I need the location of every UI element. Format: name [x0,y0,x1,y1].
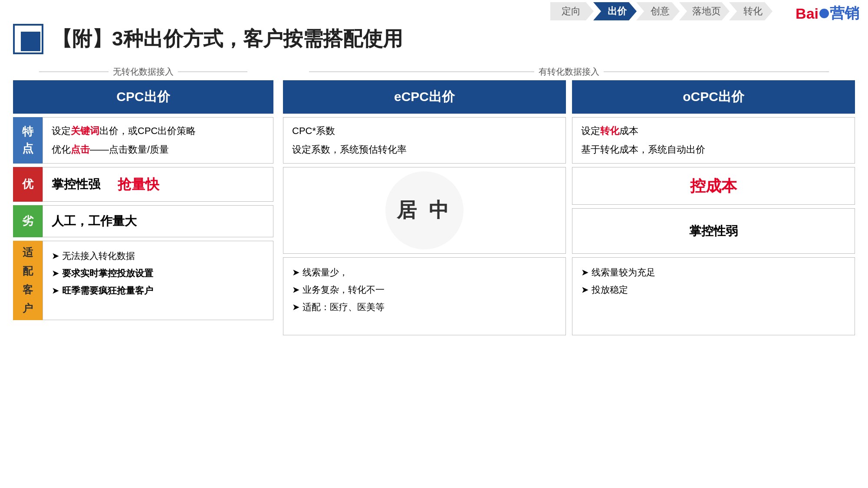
cpc-fit-content: ➤ 无法接入转化数据 ➤ 要求实时掌控投放设置 ➤ 旺季需要疯狂抢量客户 [43,241,273,320]
ecpc-fit-row: ➤ 线索量少， ➤ 业务复杂，转化不一 ➤ 适配：医疗、医美等 [283,257,566,335]
ocpc-feature-content: 设定转化成本 基于转化成本，系统自动出价 [572,117,855,164]
page-title: 【附】3种出价方式，客户按需搭配使用 [52,26,403,52]
ocpc-disadvantage-content: 掌控性弱 [572,208,855,254]
cpc-feature-label: 特 点 [13,117,43,164]
main-content: 无转化数据接入 有转化数据接入 CPC出价 特 点 设定关键词出价，或CPC出价… [13,63,855,479]
cpc-feature-line2: 优化点击——点击数量/质量 [52,141,169,157]
ocpc-header: oCPC出价 [572,80,855,114]
ocpc-advantage-row: 控成本 [572,167,855,205]
ecpc-fit-item-1: ➤ 线索量少， [292,264,557,281]
title-icon [13,24,43,54]
ecpc-feature-line1: CPC*系数 [292,123,335,139]
nav-step-dingxiang[interactable]: 定向 [550,2,594,20]
logo-du: 营销 [830,3,859,23]
cpc-advantage-text1: 掌控性强 [52,174,100,195]
cpc-advantage-text2: 抢量快 [118,173,159,196]
cpc-advantage-label: 优 [13,167,43,202]
ecpc-fit-item-3: ➤ 适配：医疗、医美等 [292,298,557,316]
nav-step-luodiye[interactable]: 落地页 [679,2,730,20]
nav-step-list: 定向 出价 创意 落地页 转化 [551,2,773,20]
right-columns-inner: eCPC出价 CPC*系数 设定系数，系统预估转化率 居 中 [283,80,855,335]
ecpc-middle-cell: 居 中 [283,167,566,254]
ocpc-fit-content: ➤ 线索量较为充足 ➤ 投放稳定 [572,257,855,335]
nav-step-chujia[interactable]: 出价 [593,2,637,20]
section-labels: 无转化数据接入 有转化数据接入 [13,63,855,80]
cpc-feature-content: 设定关键词出价，或CPC出价策略 优化点击——点击数量/质量 [43,117,273,164]
ecpc-header: eCPC出价 [283,80,566,114]
ocpc-fit-item-1: ➤ 线索量较为充足 [581,264,846,281]
nav-steps: 定向 出价 创意 落地页 转化 [551,2,773,20]
nav-step-zhuanhua[interactable]: 转化 [729,2,773,20]
ecpc-feature-row: CPC*系数 设定系数，系统预估转化率 [283,117,566,164]
cpc-column: CPC出价 特 点 设定关键词出价，或CPC出价策略 优化点击——点击数量/质量 [13,80,273,335]
cpc-feature-row: 特 点 设定关键词出价，或CPC出价策略 优化点击——点击数量/质量 [13,117,273,164]
ecpc-middle-text: 居 中 [397,197,453,224]
nav-step-chuangyi[interactable]: 创意 [636,2,680,20]
cpc-fit-item-1: ➤ 无法接入转化数据 [52,247,264,265]
cpc-disadvantage-content: 人工，工作量大 [43,205,273,237]
cpc-advantage-row: 优 掌控性强 抢量快 [13,167,273,202]
ocpc-feature-line2: 基于转化成本，系统自动出价 [581,141,705,157]
ocpc-fit-row: ➤ 线索量较为充足 ➤ 投放稳定 [572,257,855,335]
cpc-advantage-content: 掌控性强 抢量快 [43,167,273,202]
ecpc-column: eCPC出价 CPC*系数 设定系数，系统预估转化率 居 中 [283,80,566,335]
cpc-header: CPC出价 [13,80,273,114]
ecpc-fit-content: ➤ 线索量少， ➤ 业务复杂，转化不一 ➤ 适配：医疗、医美等 [283,257,566,335]
cpc-fit-label: 适配客户 [13,241,43,320]
logo-bai: Bai [796,5,819,22]
cpc-fit-item-3: ➤ 旺季需要疯狂抢量客户 [52,282,264,299]
cpc-disadvantage-label: 劣 [13,205,43,237]
ocpc-advantage-text: 控成本 [690,173,737,199]
cpc-fit-row: 适配客户 ➤ 无法接入转化数据 ➤ 要求实时掌控投放设置 ➤ 旺季需要疯狂抢量客… [13,241,273,320]
title-section: 【附】3种出价方式，客户按需搭配使用 [13,24,403,54]
pricing-table: CPC出价 特 点 设定关键词出价，或CPC出价策略 优化点击——点击数量/质量 [13,80,855,335]
ocpc-advantage-content: 控成本 [572,167,855,205]
title-icon-inner [21,32,40,51]
section-label-right: 有转化数据接入 [534,66,604,78]
cpc-feature-line1: 设定关键词出价，或CPC出价策略 [52,123,196,139]
ocpc-feature-line1: 设定转化成本 [581,123,638,139]
section-label-left: 无转化数据接入 [108,66,178,78]
cpc-fit-item-2: ➤ 要求实时掌控投放设置 [52,265,264,282]
right-columns: eCPC出价 CPC*系数 设定系数，系统预估转化率 居 中 [283,80,855,335]
ocpc-disadvantage-row: 掌控性弱 [572,208,855,254]
ocpc-feature-row: 设定转化成本 基于转化成本，系统自动出价 [572,117,855,164]
ecpc-fit-item-2: ➤ 业务复杂，转化不一 [292,281,557,298]
ecpc-feature-content: CPC*系数 设定系数，系统预估转化率 [283,117,566,164]
ecpc-feature-line2: 设定系数，系统预估转化率 [292,141,407,157]
logo-dot [819,9,829,18]
logo: Bai 营销 [796,3,859,23]
ocpc-fit-item-2: ➤ 投放稳定 [581,281,846,298]
cpc-disadvantage-row: 劣 人工，工作量大 [13,205,273,237]
ocpc-column: oCPC出价 设定转化成本 基于转化成本，系统自动出价 控成 [572,80,855,335]
